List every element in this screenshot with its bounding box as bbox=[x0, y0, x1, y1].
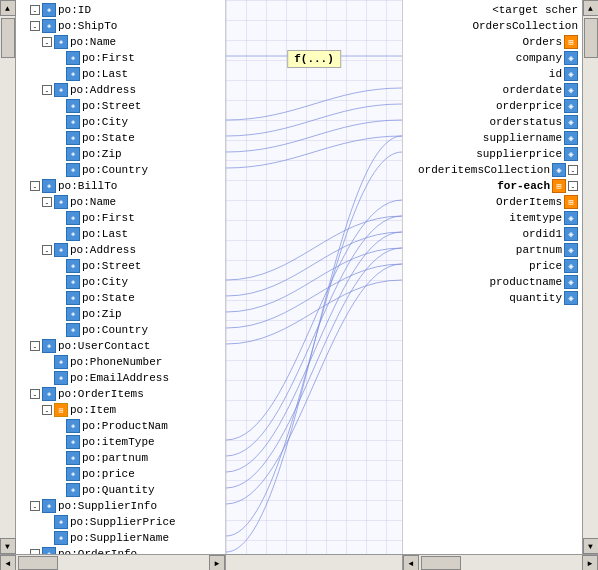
right-node-r7[interactable]: orderstatus◈ bbox=[403, 114, 582, 130]
tree-node-n1[interactable]: -◈po:ID bbox=[16, 2, 225, 18]
right-node-r5[interactable]: orderdate◈ bbox=[403, 82, 582, 98]
collapse-btn-n16[interactable]: - bbox=[42, 245, 52, 255]
right-node-r4[interactable]: id◈ bbox=[403, 66, 582, 82]
left-scroll-track[interactable] bbox=[0, 16, 15, 538]
tree-node-n12[interactable]: -◈po:BillTo bbox=[16, 178, 225, 194]
tree-node-n25[interactable]: -◈po:OrderItems bbox=[16, 386, 225, 402]
tree-node-n22[interactable]: -◈po:UserContact bbox=[16, 338, 225, 354]
tree-node-n5[interactable]: ◈po:Last bbox=[16, 66, 225, 82]
bottom-right-thumb[interactable] bbox=[421, 556, 461, 570]
tree-node-n26[interactable]: -⊞po:Item bbox=[16, 402, 225, 418]
scroll-up-arrow[interactable]: ▲ bbox=[0, 0, 16, 16]
tree-node-n27[interactable]: ◈po:ProductNam bbox=[16, 418, 225, 434]
tree-node-n2[interactable]: -◈po:ShipTo bbox=[16, 18, 225, 34]
right-icon-r6: ◈ bbox=[564, 99, 578, 113]
right-node-r10[interactable]: orderitemsCollection◈- bbox=[403, 162, 582, 178]
collapse-btn-n22[interactable]: - bbox=[30, 341, 40, 351]
collapse-btn-n26[interactable]: - bbox=[42, 405, 52, 415]
node-label-n33: po:SupplierPrice bbox=[70, 516, 176, 528]
collapse-btn-n1[interactable]: - bbox=[30, 5, 40, 15]
tree-node-n24[interactable]: ◈po:EmailAddress bbox=[16, 370, 225, 386]
collapse-btn-n3[interactable]: - bbox=[42, 37, 52, 47]
collapse-btn-n2[interactable]: - bbox=[30, 21, 40, 31]
right-node-r8[interactable]: suppliername◈ bbox=[403, 130, 582, 146]
right-node-r15[interactable]: partnum◈ bbox=[403, 242, 582, 258]
right-scroll-right[interactable]: ► bbox=[582, 555, 598, 570]
tree-node-n17[interactable]: ◈po:Street bbox=[16, 258, 225, 274]
right-icon-r12: ⊞ bbox=[564, 195, 578, 209]
left-scroll-left[interactable]: ◄ bbox=[0, 555, 16, 570]
scroll-down-arrow[interactable]: ▼ bbox=[0, 538, 16, 554]
tree-node-n35[interactable]: -◈po:OrderInfo bbox=[16, 546, 225, 554]
right-node-r12[interactable]: OrderItems⊞ bbox=[403, 194, 582, 210]
tree-node-n8[interactable]: ◈po:City bbox=[16, 114, 225, 130]
left-scroll-right[interactable]: ► bbox=[209, 555, 225, 570]
right-label-r10: orderitemsCollection bbox=[418, 164, 550, 176]
tree-node-n18[interactable]: ◈po:City bbox=[16, 274, 225, 290]
right-scroll-up[interactable]: ▲ bbox=[583, 0, 599, 16]
right-scroll-left[interactable]: ◄ bbox=[403, 555, 419, 570]
right-node-r9[interactable]: supplierprice◈ bbox=[403, 146, 582, 162]
tree-node-n13[interactable]: -◈po:Name bbox=[16, 194, 225, 210]
node-label-n15: po:Last bbox=[82, 228, 128, 240]
right-node-r17[interactable]: productname◈ bbox=[403, 274, 582, 290]
element-icon-n10: ◈ bbox=[66, 147, 80, 161]
right-node-r16[interactable]: price◈ bbox=[403, 258, 582, 274]
right-node-r1[interactable]: OrdersCollection bbox=[403, 18, 582, 34]
collapse-btn-n6[interactable]: - bbox=[42, 85, 52, 95]
tree-node-n23[interactable]: ◈po:PhoneNumber bbox=[16, 354, 225, 370]
right-node-r13[interactable]: itemtype◈ bbox=[403, 210, 582, 226]
tree-node-n7[interactable]: ◈po:Street bbox=[16, 98, 225, 114]
right-node-r11[interactable]: for-each⊞- bbox=[403, 178, 582, 194]
right-collapse-r11[interactable]: - bbox=[568, 181, 578, 191]
tree-node-n3[interactable]: -◈po:Name bbox=[16, 34, 225, 50]
right-scroll-track[interactable] bbox=[583, 16, 598, 538]
right-node-r18[interactable]: quantity◈ bbox=[403, 290, 582, 306]
right-node-r3[interactable]: company◈ bbox=[403, 50, 582, 66]
bottom-left-track[interactable] bbox=[16, 555, 209, 570]
tree-node-n9[interactable]: ◈po:State bbox=[16, 130, 225, 146]
tree-node-n6[interactable]: -◈po:Address bbox=[16, 82, 225, 98]
node-label-n29: po:partnum bbox=[82, 452, 148, 464]
tree-node-n30[interactable]: ◈po:price bbox=[16, 466, 225, 482]
tree-node-n4[interactable]: ◈po:First bbox=[16, 50, 225, 66]
node-label-n31: po:Quantity bbox=[82, 484, 155, 496]
tree-node-n11[interactable]: ◈po:Country bbox=[16, 162, 225, 178]
tree-node-n33[interactable]: ◈po:SupplierPrice bbox=[16, 514, 225, 530]
element-icon-n19: ◈ bbox=[66, 291, 80, 305]
tree-node-n20[interactable]: ◈po:Zip bbox=[16, 306, 225, 322]
tree-node-n21[interactable]: ◈po:Country bbox=[16, 322, 225, 338]
element-icon-n3: ◈ bbox=[54, 35, 68, 49]
right-scroll-thumb[interactable] bbox=[584, 18, 598, 58]
right-node-r14[interactable]: ordid1◈ bbox=[403, 226, 582, 242]
bottom-left-thumb[interactable] bbox=[18, 556, 58, 570]
node-label-n7: po:Street bbox=[82, 100, 141, 112]
right-scroll-down[interactable]: ▼ bbox=[583, 538, 599, 554]
node-label-n16: po:Address bbox=[70, 244, 136, 256]
tree-node-n31[interactable]: ◈po:Quantity bbox=[16, 482, 225, 498]
tree-node-n16[interactable]: -◈po:Address bbox=[16, 242, 225, 258]
right-node-r6[interactable]: orderprice◈ bbox=[403, 98, 582, 114]
collapse-btn-n25[interactable]: - bbox=[30, 389, 40, 399]
tree-node-n19[interactable]: ◈po:State bbox=[16, 290, 225, 306]
tree-node-n32[interactable]: -◈po:SupplierInfo bbox=[16, 498, 225, 514]
collapse-btn-n12[interactable]: - bbox=[30, 181, 40, 191]
element-icon-n24: ◈ bbox=[54, 371, 68, 385]
right-icon-r7: ◈ bbox=[564, 115, 578, 129]
collapse-btn-n13[interactable]: - bbox=[42, 197, 52, 207]
tree-node-n29[interactable]: ◈po:partnum bbox=[16, 450, 225, 466]
right-icon-r5: ◈ bbox=[564, 83, 578, 97]
tree-node-n15[interactable]: ◈po:Last bbox=[16, 226, 225, 242]
node-label-n1: po:ID bbox=[58, 4, 91, 16]
right-node-r0[interactable]: <target scher bbox=[403, 2, 582, 18]
tree-node-n34[interactable]: ◈po:SupplierName bbox=[16, 530, 225, 546]
collapse-btn-n32[interactable]: - bbox=[30, 501, 40, 511]
right-collapse-r10[interactable]: - bbox=[568, 165, 578, 175]
bottom-right-track[interactable] bbox=[419, 555, 582, 570]
tree-node-n10[interactable]: ◈po:Zip bbox=[16, 146, 225, 162]
func-box[interactable]: f(...) bbox=[287, 50, 341, 68]
right-node-r2[interactable]: Orders⊞ bbox=[403, 34, 582, 50]
tree-node-n28[interactable]: ◈po:itemType bbox=[16, 434, 225, 450]
tree-node-n14[interactable]: ◈po:First bbox=[16, 210, 225, 226]
left-scroll-thumb[interactable] bbox=[1, 18, 15, 58]
